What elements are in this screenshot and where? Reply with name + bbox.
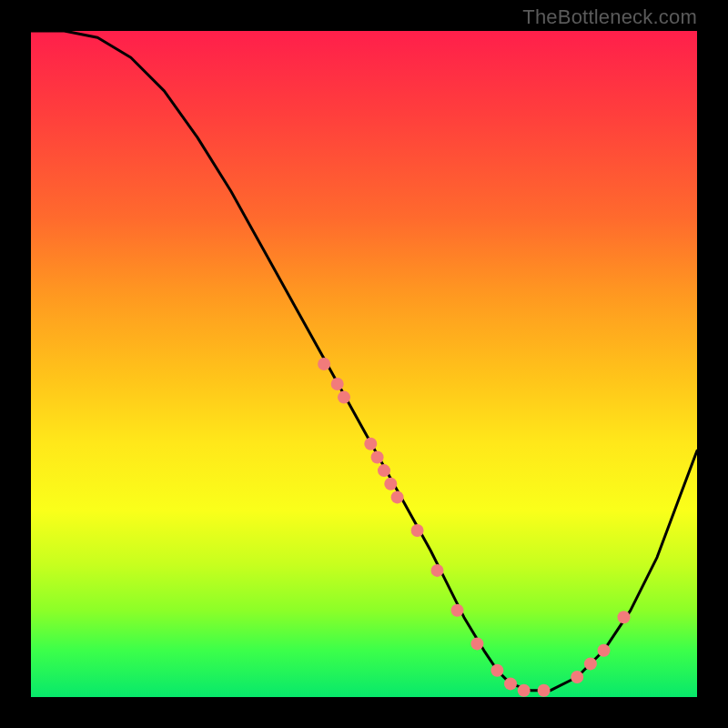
highlight-dot — [451, 604, 464, 617]
highlight-dot — [318, 358, 330, 370]
watermark-text: TheBottleneck.com — [522, 5, 697, 29]
highlight-dot — [618, 611, 631, 623]
highlight-dot — [384, 478, 397, 490]
highlight-dot — [364, 438, 377, 450]
highlight-dot — [391, 490, 404, 503]
highlight-dot — [571, 671, 583, 683]
highlight-dot — [378, 464, 390, 477]
highlight-dot — [431, 564, 444, 577]
highlight-dots — [318, 358, 630, 697]
highlight-dot — [371, 451, 384, 464]
highlight-dot — [538, 684, 551, 697]
highlight-dot — [504, 677, 517, 690]
plot-area — [31, 31, 697, 697]
highlight-dot — [331, 378, 344, 390]
highlight-dot — [470, 637, 483, 650]
highlight-dot — [338, 391, 350, 404]
highlight-dot — [518, 684, 531, 697]
highlight-dot — [598, 644, 611, 657]
bottleneck-curve — [31, 31, 697, 691]
highlight-dot — [584, 657, 597, 670]
highlight-dot — [490, 664, 503, 677]
curve-layer — [31, 31, 697, 697]
highlight-dot — [411, 524, 424, 537]
chart-frame: TheBottleneck.com — [0, 0, 728, 728]
